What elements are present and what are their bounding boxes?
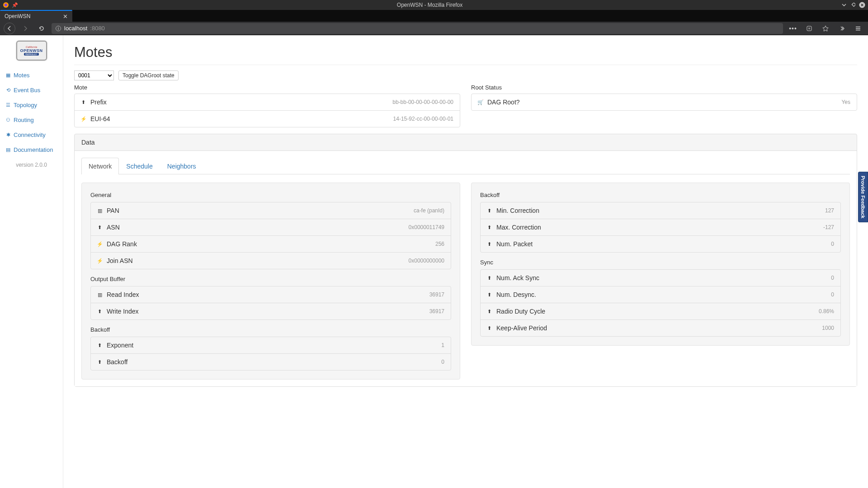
diamond-icon[interactable] — [850, 3, 855, 8]
sync-header: Sync — [480, 259, 841, 266]
tab-neighbors[interactable]: Neighbors — [160, 158, 203, 174]
list-icon: ☰ — [5, 102, 11, 108]
list-item: ⬆Num. Packet0 — [481, 236, 840, 252]
url-port: :8080 — [90, 25, 105, 32]
data-panel: Data Network Schedule Neighbors General … — [74, 134, 857, 387]
main-content: Motes 0001 Toggle DAGroot state Mote ⬆Pr… — [63, 35, 868, 488]
os-window-title: OpenWSN - Mozilla Firefox — [18, 2, 841, 8]
data-tabs: Network Schedule Neighbors — [81, 158, 850, 174]
asterisk-icon: ✱ — [5, 132, 11, 138]
bolt-icon: ⚡ — [81, 116, 86, 122]
sidebar: California OPENWSN BERKELEY ▦Motes ⟲Even… — [0, 35, 63, 488]
tab-title: OpenWSN — [5, 13, 30, 19]
sidebar-item-eventbus[interactable]: ⟲Event Bus — [0, 83, 63, 98]
sidebar-item-topology[interactable]: ☰Topology — [0, 98, 63, 113]
upload-icon: ⬆ — [81, 99, 86, 105]
general-header: General — [90, 192, 451, 198]
more-icon[interactable]: ••• — [787, 22, 799, 35]
browser-tab[interactable]: OpenWSN ✕ — [0, 10, 72, 22]
bookmark-icon[interactable] — [819, 22, 832, 35]
sidebar-item-motes[interactable]: ▦Motes — [0, 68, 63, 83]
list-item: ⬆Min. Correction127 — [481, 202, 840, 219]
list-item: ⬆Keep-Alive Period1000 — [481, 320, 840, 336]
grid-icon: ▦ — [5, 72, 11, 78]
svg-point-1 — [5, 4, 7, 6]
upload-icon: ⬆ — [487, 208, 492, 214]
list-item: ⬆Write Index36917 — [91, 303, 451, 319]
list-item: ▥PANca-fe (panId) — [91, 202, 451, 219]
reload-button[interactable] — [35, 22, 48, 35]
data-panel-header: Data — [75, 134, 857, 150]
firefox-app-icon — [3, 2, 9, 8]
root-list: 🛒DAG Root? Yes — [471, 94, 857, 111]
backoff-header: Backoff — [90, 326, 451, 333]
sidebar-item-documentation[interactable]: ▤Documentation — [0, 142, 63, 157]
right-inner-panel: Backoff ⬆Min. Correction127 ⬆Max. Correc… — [471, 183, 850, 346]
upload-icon: ⬆ — [487, 325, 492, 331]
output-header: Output Buffer — [90, 276, 451, 282]
svg-point-5 — [58, 27, 59, 28]
pin-icon[interactable]: 📌 — [12, 2, 18, 8]
chevron-down-icon[interactable] — [841, 2, 847, 8]
forward-button — [19, 22, 32, 35]
refresh-icon: ⟲ — [5, 87, 11, 93]
list-item: ⬆Prefix bb-bb-00-00-00-00-00-00 — [75, 94, 460, 111]
close-tab-icon[interactable]: ✕ — [63, 13, 68, 20]
feedback-tab[interactable]: Provide Feedback — [858, 172, 868, 222]
upload-icon: ⬆ — [487, 225, 492, 230]
list-item: ⚡EUI-64 14-15-92-cc-00-00-00-01 — [75, 111, 460, 127]
list-item: 🛒DAG Root? Yes — [472, 94, 857, 110]
version-label: version 2.0.0 — [0, 159, 63, 171]
back-button[interactable] — [4, 23, 15, 34]
svg-rect-2 — [852, 3, 855, 6]
tab-network[interactable]: Network — [81, 158, 119, 174]
mote-section-label: Mote — [74, 84, 460, 91]
page-title: Motes — [74, 44, 857, 65]
book-icon: ▤ — [5, 147, 11, 153]
backoff2-header: Backoff — [480, 192, 841, 198]
os-titlebar: 📌 OpenWSN - Mozilla Firefox — [0, 0, 868, 10]
upload-icon: ⬆ — [487, 292, 492, 298]
list-item: ⚡Join ASN0x0000000000 — [91, 253, 451, 269]
upload-icon: ⬆ — [97, 225, 102, 230]
browser-urlbar: localhost:8080 ••• — [0, 22, 868, 35]
list-item: ⬆ASN0x0000011749 — [91, 219, 451, 236]
list-item: ▥Read Index36917 — [91, 286, 451, 303]
list-item: ⬆Backoff0 — [91, 354, 451, 370]
upload-icon: ⬆ — [97, 359, 102, 365]
barcode-icon: ▥ — [97, 208, 102, 214]
list-item: ⬆Max. Correction-127 — [481, 219, 840, 236]
mote-list: ⬆Prefix bb-bb-00-00-00-00-00-00 ⚡EUI-64 … — [74, 94, 460, 127]
sidebar-item-connectivity[interactable]: ✱Connectivity — [0, 127, 63, 142]
left-inner-panel: General ▥PANca-fe (panId) ⬆ASN0x00000117… — [81, 183, 460, 380]
info-icon[interactable] — [55, 25, 61, 32]
mote-select[interactable]: 0001 — [74, 70, 114, 80]
upload-icon: ⬆ — [487, 275, 492, 281]
close-window-icon[interactable] — [859, 2, 865, 8]
upload-icon: ⬆ — [97, 309, 102, 314]
list-item: ⬆Exponent1 — [91, 337, 451, 354]
menu-icon[interactable] — [852, 22, 864, 35]
url-host: localhost — [64, 25, 87, 32]
bolt-icon: ⚡ — [97, 258, 102, 264]
bolt-icon: ⚡ — [97, 241, 102, 247]
logo[interactable]: California OPENWSN BERKELEY — [16, 41, 47, 61]
list-item: ⬆Num. Desync.0 — [481, 286, 840, 303]
cart-icon: 🛒 — [478, 99, 483, 105]
sidebar-item-routing[interactable]: ⚇Routing — [0, 113, 63, 127]
overflow-icon[interactable] — [835, 22, 848, 35]
reader-icon[interactable] — [803, 22, 816, 35]
sitemap-icon: ⚇ — [5, 117, 11, 123]
barcode-icon: ▥ — [97, 292, 102, 298]
svg-rect-7 — [807, 26, 811, 31]
toggle-dagroot-button[interactable]: Toggle DAGroot state — [118, 70, 179, 80]
list-item: ⬆Radio Duty Cycle0.86% — [481, 303, 840, 320]
list-item: ⬆Num. Ack Sync0 — [481, 270, 840, 286]
browser-tabbar: OpenWSN ✕ — [0, 10, 868, 22]
tab-schedule[interactable]: Schedule — [119, 158, 160, 174]
upload-icon: ⬆ — [487, 241, 492, 247]
url-input[interactable]: localhost:8080 — [52, 23, 783, 34]
upload-icon: ⬆ — [487, 309, 492, 314]
svg-rect-6 — [58, 28, 58, 30]
list-item: ⚡DAG Rank256 — [91, 236, 451, 253]
